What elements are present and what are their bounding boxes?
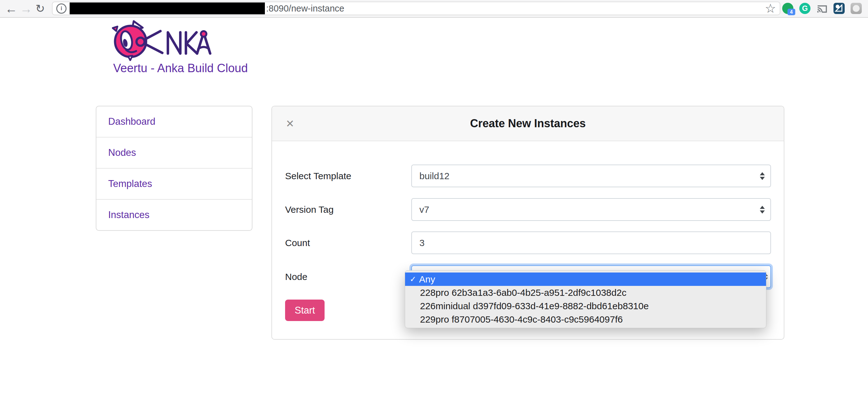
bookmark-star-icon[interactable]: ☆: [765, 2, 776, 14]
grammarly-extension-icon[interactable]: G: [799, 3, 810, 14]
node-dropdown-menu: ✓ Any 228pro 62b3a1a3-6ab0-4b25-a951-2df…: [405, 270, 766, 328]
app-subtitle: Veertu - Anka Build Cloud: [113, 62, 248, 75]
form-row-count: Count: [285, 231, 771, 254]
url-redaction-block: [70, 2, 265, 14]
sidebar-item-nodes[interactable]: Nodes: [96, 137, 252, 168]
forward-icon[interactable]: →: [20, 2, 32, 15]
form-row-version: Version Tag v7: [285, 198, 771, 221]
select-stepper-icon: [760, 172, 765, 180]
template-label: Select Template: [285, 171, 351, 181]
sidebar-nav: Dashboard Nodes Templates Instances: [96, 106, 252, 231]
count-input[interactable]: [411, 231, 771, 254]
node-option-label: 226minidual d397fd09-633d-41e9-8882-dbd6…: [420, 301, 649, 312]
version-select[interactable]: v7: [411, 198, 771, 221]
url-bar[interactable]: i :8090/new-instance ☆: [52, 2, 780, 15]
node-option-label: Any: [419, 274, 435, 285]
navy-extension-icon[interactable]: [834, 3, 845, 14]
gray-extension-glyph: [853, 5, 860, 12]
adblocker-badge: 4: [787, 9, 795, 15]
version-label: Version Tag: [285, 204, 334, 215]
template-select[interactable]: build12: [411, 165, 771, 187]
extension-icons-row: 4 G: [782, 2, 862, 15]
reload-icon[interactable]: ↻: [35, 3, 45, 14]
version-select-value: v7: [420, 204, 429, 215]
gray-extension-icon[interactable]: [850, 3, 862, 14]
node-option-228pro[interactable]: 228pro 62b3a1a3-6ab0-4b25-a951-2df9c1038…: [405, 286, 766, 299]
close-icon[interactable]: ✕: [286, 119, 294, 129]
node-option-226minidual[interactable]: 226minidual d397fd09-633d-41e9-8882-dbd6…: [405, 299, 766, 313]
create-instances-panel: ✕ Create New Instances Select Template b…: [271, 106, 784, 340]
node-option-229pro[interactable]: 229pro f8707005-4630-4c9c-8403-c9c596409…: [405, 313, 766, 326]
select-stepper-icon: [760, 206, 765, 213]
panel-header: ✕ Create New Instances: [272, 107, 784, 141]
checkmark-icon: ✓: [410, 275, 416, 284]
node-label: Node: [285, 271, 307, 282]
sidebar-item-templates[interactable]: Templates: [96, 168, 252, 199]
browser-toolbar: ← → ↻ i :8090/new-instance ☆ 4 G: [0, 0, 868, 18]
form-row-template: Select Template build12: [285, 165, 771, 187]
count-label: Count: [285, 238, 310, 248]
sidebar-item-instances[interactable]: Instances: [96, 199, 252, 230]
template-select-value: build12: [420, 171, 450, 181]
start-button[interactable]: Start: [285, 299, 324, 321]
sidebar-item-dashboard[interactable]: Dashboard: [96, 107, 252, 137]
chromecast-icon[interactable]: [816, 3, 828, 14]
url-text[interactable]: :8090/new-instance: [266, 3, 344, 14]
node-option-label: 228pro 62b3a1a3-6ab0-4b25-a951-2df9c1038…: [420, 287, 626, 298]
anka-logo[interactable]: [112, 19, 215, 62]
page-info-icon[interactable]: i: [56, 3, 66, 14]
back-icon[interactable]: ←: [5, 2, 18, 15]
node-option-label: 229pro f8707005-4630-4c9c-8403-c9c596409…: [420, 314, 623, 325]
node-option-any[interactable]: ✓ Any: [405, 272, 766, 286]
adblocker-extension-icon[interactable]: 4: [782, 3, 794, 14]
screen: ← → ↻ i :8090/new-instance ☆ 4 G: [0, 0, 868, 410]
panel-title: Create New Instances: [470, 117, 586, 130]
